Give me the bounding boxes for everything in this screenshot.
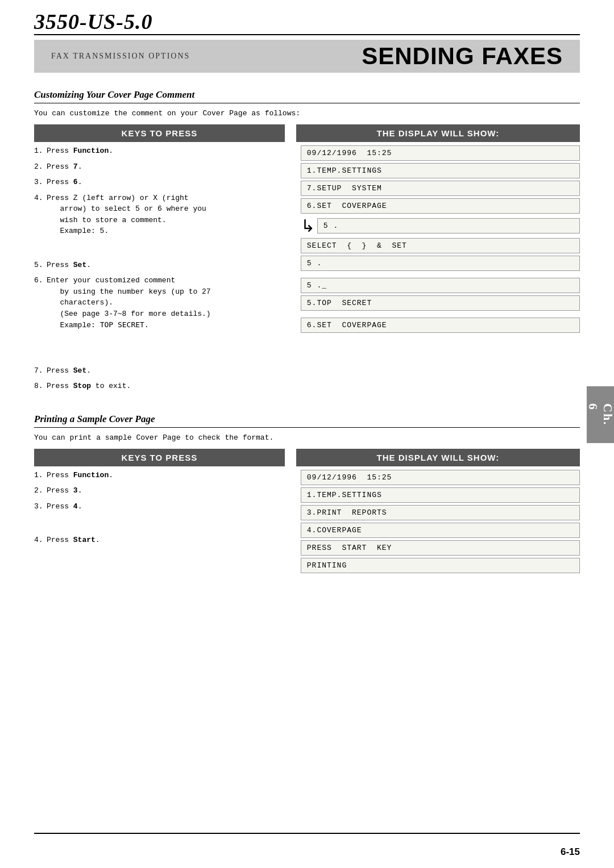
s2-display-press-start: PRESS START KEY <box>301 540 580 556</box>
section2-keys-header: KEYS TO PRESS <box>34 449 285 466</box>
bottom-border <box>34 833 580 834</box>
section-subtitle: FAX TRANSMISSION OPTIONS <box>51 52 190 61</box>
section-title: SENDING FAXES <box>362 43 563 70</box>
display-datetime: 09/12/1996 15:25 <box>301 145 580 161</box>
step-6: 6. Enter your customized comment by usin… <box>34 275 285 331</box>
page-number: 6-15 <box>561 846 580 858</box>
section1-intro: You can customize the comment on your Co… <box>34 109 580 118</box>
step-5: 5. Press Set. <box>34 260 285 271</box>
section1-keys-header: KEYS TO PRESS <box>34 124 285 142</box>
display-setup-system: 7.SETUP SYSTEM <box>301 181 580 196</box>
step-7: 7. Press Set. <box>34 365 285 377</box>
step-4: 4. Press Z (left arrow) or X (right arro… <box>34 193 285 237</box>
section1: Customizing Your Cover Page Comment You … <box>34 89 580 397</box>
step-8: 8. Press Stop to exit. <box>34 381 285 392</box>
section1-right-col: THE DISPLAY WILL SHOW: 09/12/1996 15:25 … <box>296 124 580 397</box>
display-set-coverpage: 6.SET COVERPAGE <box>301 198 580 214</box>
section2: Printing a Sample Cover Page You can pri… <box>34 414 580 575</box>
section1-title: Customizing Your Cover Page Comment <box>34 89 580 101</box>
s2-step-3: 3. Press 4. <box>34 501 285 512</box>
s2-display-temp-settings: 1.TEMP.SETTINGS <box>301 487 580 503</box>
step-3: 3. Press 6. <box>34 177 285 188</box>
display-top-secret: 5.TOP SECRET <box>301 295 580 311</box>
chapter-tab: Ch.6 <box>587 386 614 443</box>
display-5-cursor: 5 ._ <box>301 278 580 293</box>
section2-displays: 09/12/1996 15:25 1.TEMP.SETTINGS 3.PRINT… <box>296 470 580 573</box>
header: 3550-US-5.0 <box>34 6 580 37</box>
step-1: 1. Press Function. <box>34 145 285 157</box>
display-select-row: SELECT { } & SET <box>301 238 580 253</box>
section1-divider <box>34 103 580 103</box>
curved-arrow-icon: ↳ <box>301 216 315 236</box>
display-5-dot-2: 5 . <box>301 256 580 271</box>
display-temp-settings: 1.TEMP.SETTINGS <box>301 163 580 178</box>
s2-step-2: 2. Press 3. <box>34 485 285 496</box>
section1-displays: 09/12/1996 15:25 1.TEMP.SETTINGS 7.SETUP… <box>296 145 580 333</box>
s2-display-datetime: 09/12/1996 15:25 <box>301 470 580 485</box>
section2-display-header: THE DISPLAY WILL SHOW: <box>296 449 580 466</box>
display-5-dot: 5 . <box>317 218 580 233</box>
curved-arrow-row: ↳ 5 . <box>301 216 580 236</box>
section2-left-col: KEYS TO PRESS 1. Press Function. 2. Pres… <box>34 449 296 575</box>
s2-step-4: 4. Press Start. <box>34 535 285 546</box>
s2-display-coverpage: 4.COVERPAGE <box>301 523 580 538</box>
model-number: 3550-US-5.0 <box>34 9 152 34</box>
section2-divider <box>34 427 580 428</box>
s2-display-printing: PRINTING <box>301 558 580 573</box>
section1-steps: 1. Press Function. 2. Press 7. 3. Press … <box>34 145 285 392</box>
main-content: Customizing Your Cover Page Comment You … <box>34 77 580 828</box>
section1-display-header: THE DISPLAY WILL SHOW: <box>296 124 580 142</box>
page: 3550-US-5.0 FAX TRANSMISSION OPTIONS SEN… <box>0 0 614 868</box>
section2-title: Printing a Sample Cover Page <box>34 414 580 425</box>
section2-table: KEYS TO PRESS 1. Press Function. 2. Pres… <box>34 449 580 575</box>
section1-table: KEYS TO PRESS 1. Press Function. 2. Pres… <box>34 124 580 397</box>
section-header: FAX TRANSMISSION OPTIONS SENDING FAXES <box>34 40 580 73</box>
step-2: 2. Press 7. <box>34 161 285 173</box>
display-6-set-coverpage: 6.SET COVERPAGE <box>301 318 580 333</box>
s2-display-print-reports: 3.PRINT REPORTS <box>301 505 580 520</box>
section2-steps: 1. Press Function. 2. Press 3. 3. Press … <box>34 470 285 546</box>
section2-intro: You can print a sample Cover Page to che… <box>34 433 580 442</box>
section2-right-col: THE DISPLAY WILL SHOW: 09/12/1996 15:25 … <box>296 449 580 575</box>
s2-step-1: 1. Press Function. <box>34 470 285 481</box>
section1-left-col: KEYS TO PRESS 1. Press Function. 2. Pres… <box>34 124 296 397</box>
